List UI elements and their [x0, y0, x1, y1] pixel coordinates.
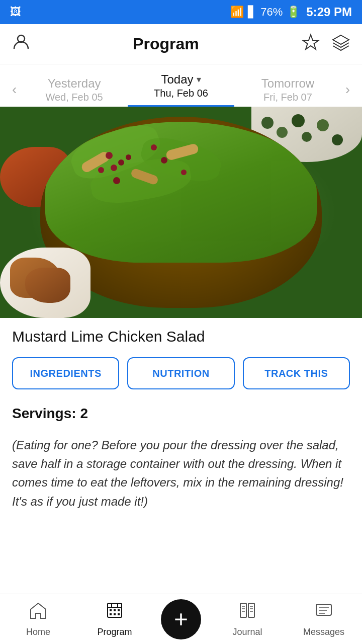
svg-rect-9	[118, 609, 120, 611]
today-date[interactable]: Today ▾ Thu, Feb 06	[128, 72, 234, 107]
nutrition-button[interactable]: NUTRITION	[127, 357, 234, 389]
prev-day-arrow[interactable]: ‹	[8, 77, 21, 102]
nav-journal[interactable]: Journal	[217, 601, 278, 637]
status-bar: 🖼 📶 ▋ 76% 🔋 5:29 PM	[0, 0, 362, 24]
content-area: Mustard Lime Chicken Salad INGREDIENTS N…	[0, 107, 362, 573]
today-label: Today ▾	[128, 72, 234, 87]
recipe-image	[0, 107, 362, 318]
program-icon	[106, 601, 124, 624]
home-label: Home	[26, 627, 50, 637]
svg-rect-10	[110, 613, 112, 615]
today-dropdown-arrow: ▾	[197, 74, 201, 85]
track-this-button[interactable]: TRACK THIS	[243, 357, 350, 389]
battery-icon: 🔋	[287, 6, 300, 19]
app-header: Program	[0, 24, 362, 64]
svg-rect-14	[248, 603, 254, 617]
svg-rect-7	[110, 609, 112, 611]
battery-label: 76%	[260, 6, 283, 19]
messages-label: Messages	[303, 627, 344, 637]
nav-program[interactable]: Program	[84, 601, 145, 637]
tomorrow-date[interactable]: Tomorrow Fri, Feb 07	[234, 76, 341, 103]
ingredients-button[interactable]: INGREDIENTS	[12, 357, 119, 389]
status-icons: 📶 ▋ 76% 🔋	[230, 6, 300, 19]
yesterday-label: Yesterday	[21, 76, 127, 91]
svg-rect-8	[114, 609, 116, 611]
nav-home[interactable]: Home	[8, 601, 68, 637]
tomorrow-label: Tomorrow	[234, 76, 341, 91]
messages-icon	[315, 601, 333, 624]
svg-rect-12	[118, 613, 120, 615]
svg-marker-2	[333, 35, 349, 44]
profile-icon[interactable]	[12, 33, 30, 55]
program-label: Program	[97, 627, 132, 637]
status-time: 5:29 PM	[306, 5, 352, 19]
status-left-icon: 🖼	[10, 6, 21, 19]
signal-icon: ▋	[248, 6, 256, 19]
servings-label: Servings: 2	[12, 406, 88, 421]
wifi-icon: 📶	[230, 6, 244, 19]
page-title: Program	[133, 35, 199, 53]
bottom-navigation: Home Program +	[0, 594, 362, 644]
nav-messages[interactable]: Messages	[294, 601, 354, 637]
journal-label: Journal	[232, 627, 262, 637]
recipe-title: Mustard Lime Chicken Salad	[0, 318, 362, 353]
add-icon: +	[174, 607, 188, 631]
tomorrow-date-value: Fri, Feb 07	[234, 92, 341, 103]
nav-add-button[interactable]: +	[161, 599, 201, 639]
next-day-arrow[interactable]: ›	[341, 77, 354, 102]
svg-marker-1	[303, 35, 319, 49]
star-icon[interactable]	[302, 33, 320, 55]
action-buttons: INGREDIENTS NUTRITION TRACK THIS	[0, 353, 362, 401]
journal-icon	[238, 601, 256, 624]
food-image-bg	[0, 107, 362, 318]
recipe-description: (Eating for one? Before you pour the dre…	[0, 432, 362, 523]
side-bread-bowl	[0, 248, 90, 318]
svg-rect-11	[114, 613, 116, 615]
yesterday-date[interactable]: Yesterday Wed, Feb 05	[21, 76, 127, 103]
header-actions	[302, 33, 350, 55]
date-navigation: ‹ Yesterday Wed, Feb 05 Today ▾ Thu, Feb…	[0, 64, 362, 107]
today-date-value: Thu, Feb 06	[128, 88, 234, 99]
layers-icon[interactable]	[332, 33, 350, 55]
yesterday-date-value: Wed, Feb 05	[21, 92, 127, 103]
servings-info: Servings: 2	[0, 401, 362, 432]
svg-rect-13	[240, 603, 246, 617]
home-icon	[29, 601, 47, 624]
